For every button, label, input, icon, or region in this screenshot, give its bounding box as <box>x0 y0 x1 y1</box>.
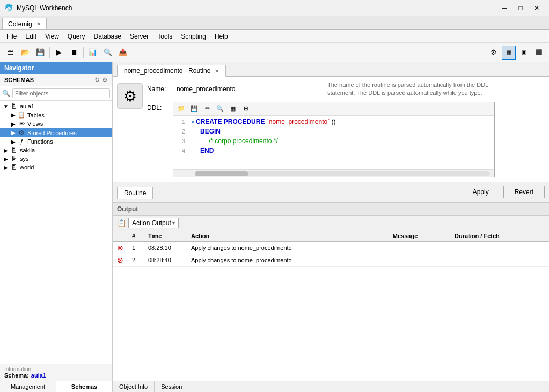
row-message-1 <box>389 241 450 254</box>
menu-edit[interactable]: Edit <box>21 32 41 41</box>
main-toolbar: 🗃 📂 💾 ▶ ⏹ 📊 🔍 📤 ⚙ ▦ ▣ ⬛ <box>0 43 549 62</box>
config-icon[interactable]: ⚙ <box>102 76 108 84</box>
layout-btn2[interactable]: ▣ <box>517 46 531 60</box>
app-title: MySQL Workbench <box>17 4 496 12</box>
tree-label: sys <box>20 156 29 162</box>
menu-help[interactable]: Help <box>210 32 232 41</box>
routine-fields: Name: The name of the routine is parsed … <box>147 81 545 177</box>
row-duration-2 <box>450 254 549 266</box>
tree-item-sakila[interactable]: ▶ 🗄 sakila <box>0 146 112 154</box>
save-btn[interactable]: 💾 <box>33 46 47 60</box>
menu-server[interactable]: Server <box>126 32 153 41</box>
info-label: Information <box>4 366 108 372</box>
title-bar-controls: ─ □ ✕ <box>496 2 545 14</box>
revert-btn[interactable]: Revert <box>503 186 545 198</box>
close-btn[interactable]: ✕ <box>529 2 545 14</box>
tab-object-info[interactable]: Object Info <box>113 381 155 392</box>
code-editor[interactable]: 1 ● CREATE PROCEDURE `nome_procedimento`… <box>173 116 494 169</box>
tab-session[interactable]: Session <box>155 381 188 392</box>
tab-management[interactable]: Management <box>0 381 56 392</box>
menu-database[interactable]: Database <box>90 32 126 41</box>
app-icon: 🐬 <box>4 4 13 12</box>
export-btn[interactable]: 📤 <box>116 46 130 60</box>
restore-btn[interactable]: □ <box>513 2 529 14</box>
info-section: Information Schema: aula1 <box>0 364 112 381</box>
chevron-right-icon: ▶ <box>10 112 17 118</box>
col-message: Message <box>389 231 450 241</box>
visual-btn[interactable]: 🔍 <box>101 46 115 60</box>
filter-box: 🔍 <box>0 86 112 101</box>
chevron-right-icon: ▶ <box>10 130 17 136</box>
navigator-header: Navigator <box>0 62 112 74</box>
row-time-2: 08:28:40 <box>144 254 187 266</box>
line-dot-1: ● <box>189 119 196 124</box>
menu-query[interactable]: Query <box>63 32 90 41</box>
new-schema-btn[interactable]: 🗃 <box>3 46 17 60</box>
apply-revert-row: Apply Revert <box>462 182 545 202</box>
tree-item-world[interactable]: ▶ 🗄 world <box>0 163 112 172</box>
schema-icon: 🗄 <box>10 164 18 171</box>
nav-bottom-tabs: Management Schemas <box>0 381 112 392</box>
chevron-right-icon: ▶ <box>10 121 17 127</box>
stop-btn[interactable]: ⏹ <box>67 46 81 60</box>
tree-item-functions[interactable]: ▶ ƒ Functions <box>0 137 112 146</box>
routine-tab-close[interactable]: ✕ <box>215 68 219 74</box>
menu-view[interactable]: View <box>41 32 63 41</box>
code-scrollbar[interactable] <box>173 169 494 177</box>
line-num-3: 3 <box>174 138 189 144</box>
ddl-save-btn[interactable]: 💾 <box>188 103 200 114</box>
line-num-2: 2 <box>174 128 189 135</box>
menu-file[interactable]: File <box>2 32 21 41</box>
tab-bar: Cotemig ✕ <box>0 16 549 30</box>
tree-item-sys[interactable]: ▶ 🗄 sys <box>0 154 112 163</box>
refresh-icon[interactable]: ↻ <box>94 76 100 84</box>
ddl-search-btn[interactable]: 🔍 <box>214 103 226 114</box>
name-input[interactable] <box>173 84 323 94</box>
tree-item-tables[interactable]: ▶ 📋 Tables <box>0 110 112 120</box>
cotemig-tab-close[interactable]: ✕ <box>36 21 41 27</box>
tree-item-stored-procedures[interactable]: ▶ ⚙ Stored Procedures <box>0 128 112 137</box>
tree-label: Views <box>27 121 43 127</box>
routine-section-tab[interactable]: Routine <box>117 187 153 199</box>
routine-section-bar: Routine Apply Revert <box>113 182 549 202</box>
tree-item-views[interactable]: ▶ 👁 Views <box>0 120 112 128</box>
ddl-table-btn[interactable]: ⊞ <box>240 103 252 114</box>
tab-schemas[interactable]: Schemas <box>56 381 112 392</box>
dropdown-arrow-icon: ▾ <box>172 220 175 226</box>
action-output-icon: 📋 <box>117 219 126 227</box>
exec-btn[interactable]: ▶ <box>52 46 66 60</box>
routine-icon-area: ⚙ <box>117 81 143 177</box>
menu-tools[interactable]: Tools <box>153 32 177 41</box>
minimize-btn[interactable]: ─ <box>496 2 513 14</box>
main-content: Navigator SCHEMAS ↻ ⚙ 🔍 ▼ 🗄 aula1 ▶ 📋 Ta <box>0 62 549 392</box>
schema-icon: 🗄 <box>10 147 18 153</box>
tree-label: Tables <box>27 112 45 119</box>
line-content-4: END <box>196 147 214 154</box>
ddl-edit-btn[interactable]: ✏ <box>201 103 213 114</box>
layout-btn3[interactable]: ⬛ <box>532 46 546 60</box>
settings-btn[interactable]: ⚙ <box>487 46 501 60</box>
filter-input[interactable] <box>12 88 110 98</box>
row-icon-2: ⊗ <box>113 254 128 266</box>
col-action: Action <box>187 231 389 241</box>
line-content-1: CREATE PROCEDURE `nome_procedimento` () <box>196 118 336 125</box>
ddl-open-btn[interactable]: 📁 <box>175 103 187 114</box>
schema-icon: 🗄 <box>10 156 18 162</box>
apply-btn[interactable]: Apply <box>462 186 500 198</box>
routine-editor-tab[interactable]: nome_procedimento - Routine ✕ <box>117 65 226 77</box>
cotemig-tab[interactable]: Cotemig ✕ <box>2 18 47 29</box>
tree-item-aula1[interactable]: ▼ 🗄 aula1 <box>0 102 112 110</box>
code-line-3: 3 /* corpo procedimento */ <box>173 136 494 146</box>
code-line-2: 2 BEGIN <box>173 127 494 136</box>
output-row-2[interactable]: ⊗ 2 08:28:40 Apply changes to nome_proce… <box>113 254 549 266</box>
title-bar: 🐬 MySQL Workbench ─ □ ✕ <box>0 0 549 16</box>
explain-btn[interactable]: 📊 <box>86 46 100 60</box>
layout-btn1[interactable]: ▦ <box>502 46 516 60</box>
ddl-columns-btn[interactable]: ▦ <box>227 103 239 114</box>
row-duration-1 <box>450 241 549 254</box>
schema-info-label: Schema: <box>4 372 29 379</box>
open-btn[interactable]: 📂 <box>18 46 32 60</box>
menu-scripting[interactable]: Scripting <box>177 32 210 41</box>
output-row-1[interactable]: ⊗ 1 08:28:10 Apply changes to nome_proce… <box>113 241 549 254</box>
action-output-select[interactable]: Action Output ▾ <box>128 218 179 228</box>
